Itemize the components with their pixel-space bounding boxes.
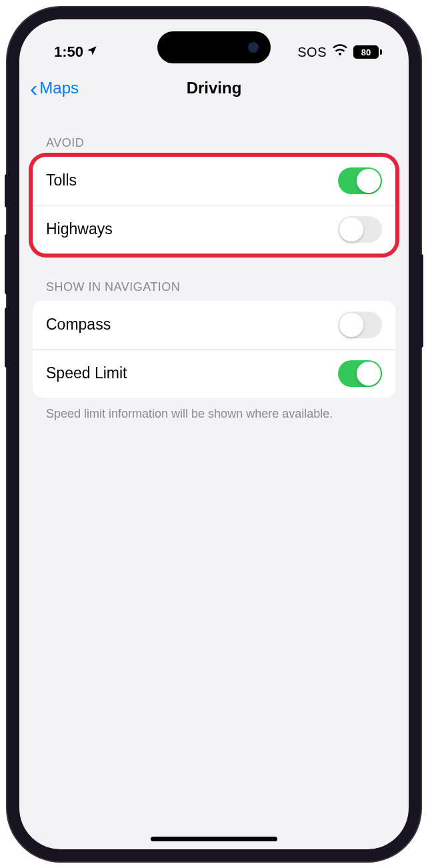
back-label: Maps xyxy=(39,79,79,97)
status-time: 1:50 xyxy=(54,43,83,61)
battery-indicator: 80 xyxy=(353,45,382,59)
home-indicator[interactable] xyxy=(151,837,277,841)
compass-row: Compass xyxy=(33,301,395,349)
dynamic-island xyxy=(157,31,271,63)
compass-label: Compass xyxy=(46,316,111,334)
highways-toggle[interactable] xyxy=(338,216,382,243)
speed-limit-row: Speed Limit xyxy=(33,349,395,398)
power-button xyxy=(419,254,423,348)
tolls-label: Tolls xyxy=(46,171,77,189)
location-arrow-icon xyxy=(86,45,98,60)
wifi-icon xyxy=(332,42,348,62)
silent-switch xyxy=(5,174,9,207)
show-nav-section: SHOW IN NAVIGATION Compass Speed Limit xyxy=(33,280,395,422)
show-nav-list-group: Compass Speed Limit xyxy=(33,301,395,398)
highways-label: Highways xyxy=(46,220,113,238)
tolls-toggle[interactable] xyxy=(338,167,382,194)
content: AVOID Tolls Highways xyxy=(19,136,409,422)
screen: 1:50 SOS 80 ‹ Ma xyxy=(19,19,409,849)
avoid-section: AVOID Tolls Highways xyxy=(33,136,395,254)
toggle-knob xyxy=(339,313,363,337)
sos-indicator: SOS xyxy=(297,45,327,60)
back-button[interactable]: ‹ Maps xyxy=(30,77,79,99)
highways-row: Highways xyxy=(33,205,395,254)
status-right: SOS 80 xyxy=(297,42,382,62)
toggle-knob xyxy=(357,362,381,386)
avoid-section-header: AVOID xyxy=(33,136,395,157)
show-nav-section-header: SHOW IN NAVIGATION xyxy=(33,280,395,301)
avoid-list-group: Tolls Highways xyxy=(33,157,395,254)
toggle-knob xyxy=(357,169,381,193)
phone-frame: 1:50 SOS 80 ‹ Ma xyxy=(7,7,421,861)
status-left: 1:50 xyxy=(54,43,98,61)
navigation-bar: ‹ Maps Driving xyxy=(19,69,409,109)
page-title: Driving xyxy=(187,79,242,97)
speed-limit-label: Speed Limit xyxy=(46,364,127,382)
front-camera xyxy=(248,42,259,53)
compass-toggle[interactable] xyxy=(338,312,382,338)
volume-up-button xyxy=(5,234,9,294)
chevron-left-icon: ‹ xyxy=(30,77,37,99)
battery-level: 80 xyxy=(361,47,371,57)
toggle-knob xyxy=(339,218,363,242)
speed-limit-toggle[interactable] xyxy=(338,360,382,387)
volume-down-button xyxy=(5,308,9,368)
speed-limit-footer: Speed limit information will be shown wh… xyxy=(33,398,395,422)
tolls-row: Tolls xyxy=(33,157,395,205)
